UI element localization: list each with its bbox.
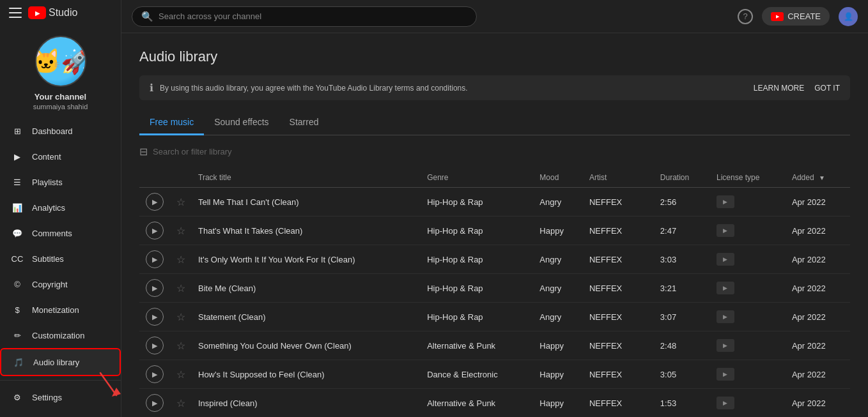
settings-icon: ⚙: [10, 390, 24, 404]
user-avatar[interactable]: 👤: [839, 7, 858, 26]
play-cell: ▶: [139, 245, 170, 274]
help-icon[interactable]: ?: [738, 9, 753, 24]
sidebar-item-settings[interactable]: ⚙ Settings: [0, 384, 121, 410]
added-cell: Apr 2022: [786, 331, 850, 360]
added-cell: Apr 2022: [786, 360, 850, 389]
sidebar-header: Studio: [0, 0, 121, 26]
play-cell: ▶: [139, 331, 170, 360]
play-button[interactable]: ▶: [146, 308, 164, 326]
sidebar: Studio 🐱‍🚀 Your channel summaiya shahid …: [0, 0, 121, 417]
table-container: Track title Genre Mood Artist Duration L…: [139, 168, 850, 417]
yt-logo[interactable]: Studio: [28, 6, 77, 19]
mood-cell: Angry: [533, 188, 583, 216]
added-cell: Apr 2022: [786, 303, 850, 331]
col-duration: Duration: [654, 168, 710, 188]
tab-free-music[interactable]: Free music: [139, 110, 204, 135]
license-icon[interactable]: ▶: [717, 253, 734, 266]
sidebar-item-audio-library[interactable]: 🎵 Audio library: [0, 348, 121, 376]
sidebar-item-content[interactable]: ▶ Content: [0, 144, 121, 169]
sidebar-item-subtitles[interactable]: CC Subtitles: [0, 246, 121, 271]
sidebar-item-dashboard[interactable]: ⊞ Dashboard: [0, 118, 121, 144]
play-button[interactable]: ▶: [146, 337, 164, 354]
star-cell: ☆: [170, 188, 192, 216]
star-cell: ☆: [170, 274, 192, 303]
star-button[interactable]: ☆: [176, 254, 185, 265]
info-bar: ℹ By using this audio library, you agree…: [139, 75, 850, 100]
play-button[interactable]: ▶: [146, 250, 164, 268]
topbar-right: ? CREATE 👤: [738, 7, 858, 26]
search-icon: 🔍: [141, 11, 153, 22]
main-area: 🔍 ? CREATE 👤 Audio library ℹ By using th…: [121, 0, 868, 417]
genre-cell: Hip-Hop & Rap: [421, 303, 533, 331]
duration-cell: 2:56: [654, 188, 710, 216]
play-button[interactable]: ▶: [146, 193, 164, 211]
table-row: ▶ ☆ Statement (Clean) Hip-Hop & Rap Angr…: [139, 303, 850, 331]
table-row: ▶ ☆ It's Only Worth It If You Work For I…: [139, 245, 850, 274]
mood-cell: Happy: [533, 216, 583, 245]
play-button[interactable]: ▶: [146, 394, 164, 412]
play-button[interactable]: ▶: [146, 365, 164, 383]
tab-starred[interactable]: Starred: [279, 110, 329, 135]
artist-cell: NEFFEX: [583, 188, 654, 216]
star-button[interactable]: ☆: [176, 340, 185, 351]
filter-input[interactable]: [153, 147, 850, 156]
analytics-icon: 📊: [10, 201, 24, 215]
sidebar-item-analytics[interactable]: 📊 Analytics: [0, 195, 121, 220]
sidebar-item-send-feedback[interactable]: ⚑ Send feedback: [0, 410, 121, 417]
content-area: Audio library ℹ By using this audio libr…: [121, 33, 868, 417]
license-icon[interactable]: ▶: [717, 310, 734, 323]
track-title-cell: Tell Me That I Can't (Clean): [192, 188, 421, 216]
play-button[interactable]: ▶: [146, 279, 164, 297]
sidebar-item-comments[interactable]: 💬 Comments: [0, 220, 121, 246]
license-icon[interactable]: ▶: [717, 282, 734, 294]
col-added[interactable]: Added ▼: [786, 168, 850, 188]
table-row: ▶ ☆ That's What It Takes (Clean) Hip-Hop…: [139, 216, 850, 245]
artist-cell: NEFFEX: [583, 389, 654, 418]
duration-cell: 1:53: [654, 389, 710, 418]
hamburger-menu-icon[interactable]: [9, 6, 22, 19]
added-cell: Apr 2022: [786, 274, 850, 303]
create-button[interactable]: CREATE: [762, 7, 830, 26]
search-bar[interactable]: 🔍: [132, 6, 477, 27]
license-icon[interactable]: ▶: [717, 397, 734, 409]
info-icon: ℹ: [150, 82, 153, 94]
tabs-bar: Free music Sound effects Starred: [139, 110, 850, 135]
artist-cell: NEFFEX: [583, 331, 654, 360]
playlists-icon: ☰: [10, 175, 24, 189]
license-cell: ▶: [710, 188, 786, 216]
mood-cell: Angry: [533, 303, 583, 331]
duration-cell: 3:21: [654, 274, 710, 303]
search-input[interactable]: [159, 11, 467, 21]
genre-cell: Dance & Electronic: [421, 360, 533, 389]
sidebar-item-customization[interactable]: ✏ Customization: [0, 322, 121, 348]
channel-name: Your channel: [35, 92, 86, 102]
tab-sound-effects[interactable]: Sound effects: [204, 110, 279, 135]
star-button[interactable]: ☆: [176, 225, 185, 236]
star-button[interactable]: ☆: [176, 283, 185, 294]
star-button[interactable]: ☆: [176, 369, 185, 380]
star-button[interactable]: ☆: [176, 398, 185, 409]
license-cell: ▶: [710, 245, 786, 274]
col-play: [139, 168, 170, 188]
artist-cell: NEFFEX: [583, 245, 654, 274]
license-icon[interactable]: ▶: [717, 339, 734, 352]
track-title-cell: Inspired (Clean): [192, 389, 421, 418]
got-it-link[interactable]: GOT IT: [814, 84, 840, 93]
channel-avatar[interactable]: 🐱‍🚀: [35, 36, 86, 87]
license-icon[interactable]: ▶: [717, 224, 734, 237]
learn-more-link[interactable]: LEARN MORE: [754, 84, 804, 93]
star-button[interactable]: ☆: [176, 197, 185, 208]
sidebar-item-copyright[interactable]: © Copyright: [0, 271, 121, 297]
sidebar-item-monetization[interactable]: $ Monetization: [0, 297, 121, 322]
license-icon[interactable]: ▶: [717, 368, 734, 381]
star-cell: ☆: [170, 389, 192, 418]
artist-cell: NEFFEX: [583, 303, 654, 331]
table-row: ▶ ☆ Bite Me (Clean) Hip-Hop & Rap Angry …: [139, 274, 850, 303]
mood-cell: Happy: [533, 360, 583, 389]
added-cell: Apr 2022: [786, 389, 850, 418]
play-button[interactable]: ▶: [146, 222, 164, 239]
license-icon[interactable]: ▶: [717, 195, 734, 208]
artist-cell: NEFFEX: [583, 360, 654, 389]
sidebar-item-playlists[interactable]: ☰ Playlists: [0, 169, 121, 195]
star-button[interactable]: ☆: [176, 312, 185, 322]
